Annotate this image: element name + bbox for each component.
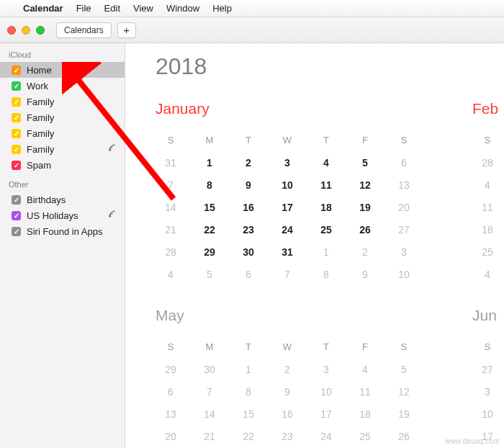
day-cell[interactable]: 29 (190, 246, 229, 258)
day-cell[interactable]: 10 (307, 386, 346, 398)
day-cell[interactable]: 7 (268, 269, 307, 280)
day-cell[interactable]: 2 (229, 157, 268, 169)
day-cell[interactable]: 6 (384, 157, 423, 169)
day-cell[interactable]: 21 (151, 224, 190, 236)
day-cell[interactable]: 20 (151, 431, 190, 442)
day-cell[interactable]: 3 (307, 364, 346, 375)
calendar-checkbox-icon[interactable]: ✓ (12, 81, 21, 91)
day-cell[interactable]: 10 (268, 179, 307, 191)
calendar-item[interactable]: ✓Siri Found in Apps (0, 223, 125, 239)
day-cell[interactable]: 1 (229, 364, 268, 375)
menu-file[interactable]: File (76, 3, 91, 14)
day-cell[interactable]: 3 (468, 386, 504, 398)
day-cell[interactable]: 9 (229, 179, 268, 191)
day-cell[interactable]: 30 (190, 364, 229, 375)
day-cell[interactable]: 24 (307, 431, 346, 442)
day-cell[interactable]: 15 (229, 408, 268, 420)
day-cell[interactable]: 14 (190, 408, 229, 420)
day-cell[interactable]: 21 (190, 431, 229, 442)
day-cell[interactable]: 2 (346, 246, 384, 258)
day-cell[interactable]: 18 (346, 408, 384, 420)
day-cell[interactable]: 25 (307, 224, 346, 236)
calendar-checkbox-icon[interactable]: ✓ (12, 195, 21, 205)
calendar-item[interactable]: ✓Home (0, 62, 125, 78)
calendar-item[interactable]: ✓Family (0, 125, 125, 141)
zoom-window-button[interactable] (36, 26, 45, 35)
day-cell[interactable]: 8 (307, 269, 346, 280)
day-cell[interactable]: 8 (229, 386, 268, 398)
day-cell[interactable]: 1 (190, 157, 229, 169)
day-cell[interactable]: 11 (346, 386, 384, 398)
calendar-item[interactable]: ✓Birthdays (0, 192, 125, 207)
day-cell[interactable]: 24 (268, 224, 307, 236)
day-cell[interactable]: 25 (346, 431, 384, 442)
calendar-item[interactable]: ✓Family (0, 94, 125, 109)
calendar-checkbox-icon[interactable]: ✓ (12, 227, 21, 236)
day-cell[interactable]: 6 (229, 269, 268, 280)
day-cell[interactable]: 30 (229, 246, 268, 258)
day-cell[interactable]: 2 (268, 364, 307, 375)
menu-edit[interactable]: Edit (104, 3, 120, 14)
menu-help[interactable]: Help (212, 3, 232, 14)
calendar-checkbox-icon[interactable]: ✓ (12, 145, 21, 154)
calendar-checkbox-icon[interactable]: ✓ (12, 129, 21, 138)
day-cell[interactable]: 15 (190, 202, 229, 213)
day-cell[interactable]: 7 (190, 386, 229, 398)
menu-view[interactable]: View (133, 3, 153, 14)
menu-window[interactable]: Window (166, 3, 199, 14)
day-cell[interactable]: 5 (346, 157, 384, 169)
calendar-item[interactable]: ✓US Holidays (0, 207, 125, 223)
day-cell[interactable]: 23 (229, 224, 268, 236)
calendars-toggle-button[interactable]: Calendars (56, 22, 112, 38)
calendar-checkbox-icon[interactable]: ✓ (12, 66, 21, 75)
day-cell[interactable]: 19 (384, 408, 423, 420)
day-cell[interactable]: 27 (468, 364, 504, 375)
day-cell[interactable]: 16 (229, 202, 268, 213)
day-cell[interactable]: 29 (151, 364, 190, 375)
day-cell[interactable]: 4 (468, 179, 504, 191)
day-cell[interactable]: 19 (346, 202, 384, 213)
day-cell[interactable]: 10 (468, 408, 504, 420)
calendar-checkbox-icon[interactable]: ✓ (12, 161, 21, 170)
day-cell[interactable]: 9 (346, 269, 384, 280)
menubar-app-name[interactable]: Calendar (23, 3, 63, 14)
day-cell[interactable]: 31 (151, 157, 190, 169)
day-cell[interactable]: 20 (384, 202, 423, 213)
day-cell[interactable]: 4 (151, 269, 190, 280)
day-cell[interactable]: 4 (307, 157, 346, 169)
day-cell[interactable]: 23 (268, 431, 307, 442)
day-cell[interactable]: 26 (384, 431, 423, 442)
day-cell[interactable]: 5 (190, 269, 229, 280)
day-cell[interactable]: 18 (307, 202, 346, 213)
add-event-button[interactable]: + (117, 22, 136, 38)
day-cell[interactable]: 9 (268, 386, 307, 398)
day-cell[interactable]: 11 (307, 179, 346, 191)
calendar-checkbox-icon[interactable]: ✓ (12, 113, 21, 122)
day-cell[interactable]: 12 (346, 179, 384, 191)
day-cell[interactable]: 13 (384, 179, 423, 191)
day-cell[interactable]: 17 (307, 408, 346, 420)
calendar-item[interactable]: ✓Family (0, 141, 125, 157)
day-cell[interactable]: 10 (384, 269, 423, 280)
day-cell[interactable]: 6 (151, 386, 190, 398)
day-cell[interactable]: 25 (468, 246, 504, 258)
calendar-checkbox-icon[interactable]: ✓ (12, 211, 21, 220)
day-cell[interactable]: 27 (384, 224, 423, 236)
day-cell[interactable]: 16 (268, 408, 307, 420)
day-cell[interactable]: 7 (151, 179, 190, 191)
calendar-item[interactable]: ✓Family (0, 109, 125, 125)
calendar-checkbox-icon[interactable]: ✓ (12, 97, 21, 107)
day-cell[interactable]: 28 (151, 246, 190, 258)
day-cell[interactable]: 26 (346, 224, 384, 236)
day-cell[interactable]: 18 (468, 224, 504, 236)
day-cell[interactable]: 4 (346, 364, 384, 375)
day-cell[interactable]: 17 (268, 202, 307, 213)
day-cell[interactable]: 5 (384, 364, 423, 375)
minimize-window-button[interactable] (22, 26, 30, 35)
close-window-button[interactable] (7, 26, 16, 35)
day-cell[interactable]: 22 (190, 224, 229, 236)
calendar-item[interactable]: ✓Spam (0, 157, 125, 173)
day-cell[interactable]: 14 (151, 202, 190, 213)
day-cell[interactable]: 3 (268, 157, 307, 169)
day-cell[interactable]: 31 (268, 246, 307, 258)
